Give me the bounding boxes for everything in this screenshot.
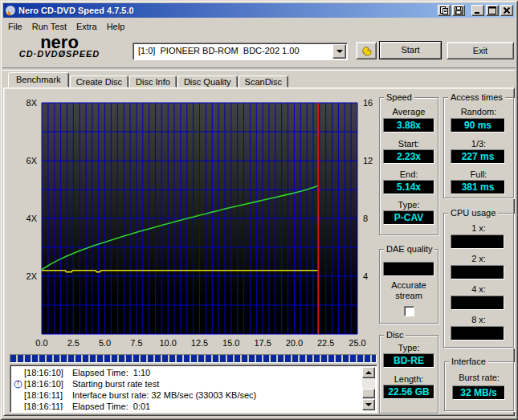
svg-text:25.0: 25.0 <box>349 338 365 348</box>
tab-disc-info[interactable]: Disc Info <box>129 75 177 88</box>
tab-benchmark[interactable]: Benchmark <box>8 72 69 88</box>
accurate-stream-checkbox[interactable] <box>404 306 414 316</box>
tab-create-disc[interactable]: Create Disc <box>70 75 128 88</box>
burst-rate-label: Burst rate: <box>445 373 513 382</box>
speed-panel-title: Speed <box>384 92 414 103</box>
log-timestamp: [18:16:10] <box>24 367 72 378</box>
speed-start-value: 2.23x <box>383 149 434 164</box>
cd-dvd-speed-logo-text: CD·DVDØSPEED <box>6 49 112 59</box>
app-window: { "window": { "title": "Nero CD-DVD Spee… <box>0 0 518 420</box>
svg-text:8X: 8X <box>27 98 38 108</box>
cpu-4x-label: 4 x: <box>444 284 513 294</box>
window-titlebar: Nero CD-DVD Speed 4.7.5.0 <box>3 3 515 18</box>
app-icon[interactable] <box>5 5 16 16</box>
save-button[interactable] <box>452 5 465 16</box>
log-row[interactable]: [18:16:11] Interface burst rate: 32 MB/s… <box>12 389 362 401</box>
cpu-8x-value <box>451 326 504 340</box>
cpu-2x-value <box>451 265 504 279</box>
cpu-usage-panel: CPU usage 1 x: 2 x: 4 x: 8 x: <box>443 213 514 348</box>
svg-text:16: 16 <box>363 98 373 108</box>
drive-select[interactable]: [1:0] PIONEER BD-ROM BDC-202 1.00 <box>133 43 348 60</box>
hand-icon <box>360 44 373 58</box>
svg-text:7.5: 7.5 <box>130 338 142 348</box>
titlebar-button-gap <box>465 5 470 16</box>
access-random-value: 90 ms <box>451 118 505 133</box>
minimize-icon <box>474 6 482 14</box>
svg-text:6X: 6X <box>27 156 38 165</box>
tab-strip: Benchmark Create Disc Disc Info Disc Qua… <box>8 73 289 88</box>
cpu-4x-value <box>451 296 504 310</box>
log-timestamp: [18:16:11] <box>24 401 72 410</box>
svg-text:4: 4 <box>363 271 368 281</box>
speed-chart-svg: 8X6X4X2X1612840.02.55.07.510.012.515.017… <box>8 98 379 353</box>
tab-scandisc[interactable]: ScanDisc <box>239 75 288 88</box>
burst-rate-value: 32 MB/s <box>452 385 505 400</box>
window-title: Nero CD-DVD Speed 4.7.5.0 <box>18 6 134 15</box>
menu-run-test[interactable]: Run Test <box>27 20 71 33</box>
access-random-label: Random: <box>444 107 513 116</box>
arrow-down-icon <box>365 403 372 406</box>
disc-length-label: Length: <box>380 374 438 384</box>
toolbar-divider <box>2 67 516 71</box>
scroll-down-button[interactable] <box>362 399 375 410</box>
floppy-icon <box>455 6 463 14</box>
drive-select-dropdown-button[interactable] <box>332 44 346 59</box>
speed-panel: Speed Average 3.88x Start: 2.23x End: 5.… <box>379 97 438 235</box>
svg-text:17.5: 17.5 <box>254 338 271 348</box>
dae-quality-value <box>383 262 434 276</box>
close-button[interactable] <box>500 5 513 16</box>
cpu-2x-label: 2 x: <box>444 254 513 263</box>
menu-file[interactable]: File <box>3 20 27 33</box>
svg-text:2.5: 2.5 <box>67 338 80 348</box>
nero-logo: nero CD·DVDØSPEED <box>6 36 112 59</box>
maximize-button[interactable] <box>486 5 499 16</box>
scrollbar-thumb[interactable] <box>362 389 375 398</box>
log-timestamp: [18:16:10] <box>24 378 72 389</box>
dae-quality-panel: DAE quality Accurate stream <box>379 249 438 324</box>
log-message: Elapsed Time: 0:01 <box>72 401 150 410</box>
speed-average-value: 3.88x <box>383 118 434 133</box>
start-button[interactable]: Start <box>379 41 442 59</box>
log-listbox[interactable]: [18:16:10] Elapsed Time: 1:10 [18:16:10]… <box>10 365 377 413</box>
access-third-value: 227 ms <box>451 149 505 164</box>
svg-text:12: 12 <box>363 156 373 165</box>
log-message: Starting burst rate test <box>72 378 159 389</box>
menu-help[interactable]: Help <box>102 20 130 33</box>
log-row[interactable]: [18:16:10] Starting burst rate test <box>12 378 362 389</box>
log-row[interactable]: [18:16:10] Elapsed Time: 1:10 <box>12 367 362 378</box>
benchmark-chart: 8X6X4X2X1612840.02.55.07.510.012.515.017… <box>8 98 379 353</box>
cpu-usage-panel-title: CPU usage <box>448 208 498 218</box>
log-scrollbar[interactable] <box>362 367 375 410</box>
maximize-icon <box>488 6 496 14</box>
svg-text:20.0: 20.0 <box>286 338 303 348</box>
svg-text:10.0: 10.0 <box>159 338 176 348</box>
menu-bar: File Run Test Extra Help <box>3 18 515 34</box>
log-row[interactable]: [18:16:11] Elapsed Time: 0:01 <box>12 401 362 410</box>
accurate-stream-label: Accurate stream <box>380 280 438 301</box>
eject-button[interactable] <box>356 42 377 59</box>
access-times-panel-title: Access times <box>448 92 505 103</box>
svg-text:4X: 4X <box>27 214 38 223</box>
copy-icon <box>440 6 448 14</box>
speed-start-label: Start: <box>380 139 438 149</box>
tab-disc-quality[interactable]: Disc Quality <box>177 75 238 88</box>
speed-average-label: Average <box>380 107 438 116</box>
disc-panel-title: Disc <box>384 330 406 340</box>
speed-type-value: P-CAV <box>383 210 434 225</box>
minimize-button[interactable] <box>471 5 484 16</box>
interface-panel-title: Interface <box>449 357 488 367</box>
log-message: Interface burst rate: 32 MB/sec (33003 K… <box>72 389 256 401</box>
nero-logo-wordmark: nero <box>6 36 112 49</box>
scroll-up-button[interactable] <box>362 367 375 378</box>
test-progress-bar <box>10 354 377 363</box>
disc-type-value: BD-RE <box>383 353 434 368</box>
svg-text:12.5: 12.5 <box>191 338 208 348</box>
svg-text:8: 8 <box>363 214 368 223</box>
drive-select-value: [1:0] PIONEER BD-ROM BDC-202 1.00 <box>138 46 300 55</box>
dae-quality-panel-title: DAE quality <box>384 244 434 255</box>
menu-extra[interactable]: Extra <box>71 20 102 33</box>
copy-report-button[interactable] <box>438 5 451 16</box>
disc-length-value: 22.56 GB <box>383 385 434 399</box>
exit-button[interactable]: Exit <box>447 42 514 59</box>
svg-text:15.0: 15.0 <box>222 338 239 348</box>
